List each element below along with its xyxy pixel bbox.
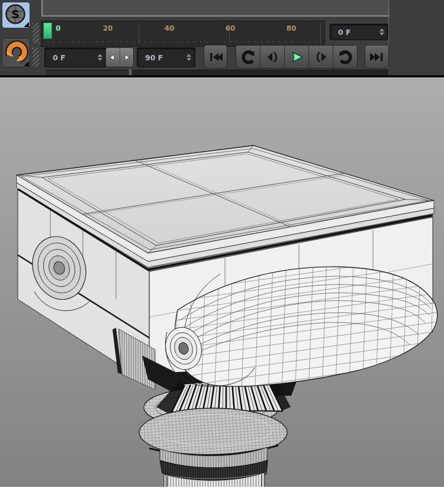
ruler-label-60: 60 <box>226 24 236 33</box>
s-label: S <box>11 8 20 21</box>
play-backwards-icon <box>240 49 256 65</box>
play-backwards-button[interactable] <box>236 46 260 68</box>
next-key-button[interactable] <box>120 48 134 67</box>
selection-tool-button[interactable]: S <box>2 2 30 28</box>
play-loop-icon <box>337 49 353 65</box>
ruler-label-80: 80 <box>287 24 297 33</box>
ruler-label-20: 20 <box>103 24 113 33</box>
flyout-corner-icon <box>24 61 29 66</box>
transport-controls <box>236 45 358 69</box>
ruler-label-0: 0 <box>56 24 60 33</box>
start-frame-value: 0 F <box>53 53 66 62</box>
current-frame-stepper[interactable] <box>379 28 384 35</box>
previous-key-button[interactable] <box>106 48 120 67</box>
play-loop-button[interactable] <box>333 46 357 68</box>
prev-next-key-buttons <box>105 47 134 67</box>
goto-start-button[interactable] <box>204 45 227 69</box>
previous-key-icon <box>106 48 119 67</box>
controls-grip[interactable] <box>33 48 39 67</box>
end-frame-field[interactable]: 90 F <box>137 47 195 67</box>
next-key-icon <box>120 48 133 67</box>
ruler-grip[interactable] <box>33 23 39 43</box>
goto-end-button[interactable] <box>365 45 389 69</box>
next-frame-button[interactable] <box>308 46 333 68</box>
start-frame-stepper[interactable] <box>98 54 102 61</box>
timeline-upper-panel <box>41 0 390 17</box>
viewport-3d[interactable] <box>0 77 444 487</box>
end-frame-value: 90 F <box>145 53 163 62</box>
application-window: S 0 20 40 60 80 <box>0 0 444 504</box>
start-frame-field[interactable]: 0 F <box>44 47 107 67</box>
ruler-label-40: 40 <box>165 24 175 33</box>
previous-frame-button[interactable] <box>260 46 284 68</box>
next-frame-icon <box>313 49 329 65</box>
flyout-corner-icon <box>24 22 29 27</box>
animation-toolbar: S 0 20 40 60 80 <box>0 0 444 77</box>
timeline-ruler[interactable]: 0 20 40 60 80 <box>41 21 325 47</box>
play-forward-button[interactable] <box>284 46 308 68</box>
end-frame-stepper[interactable] <box>186 54 191 61</box>
current-frame-value: 0 F <box>338 28 351 37</box>
goto-start-icon <box>208 49 224 65</box>
wireframe-column-capital <box>0 78 444 487</box>
bottom-margin <box>0 487 444 504</box>
goto-end-icon <box>369 49 385 65</box>
timeline-playhead[interactable] <box>43 22 52 39</box>
play-forward-icon <box>289 49 305 65</box>
previous-frame-icon <box>265 49 281 65</box>
snap-magnet-button[interactable] <box>2 38 30 67</box>
ruler-ticks <box>45 40 321 43</box>
current-frame-field[interactable]: 0 F <box>330 24 388 40</box>
